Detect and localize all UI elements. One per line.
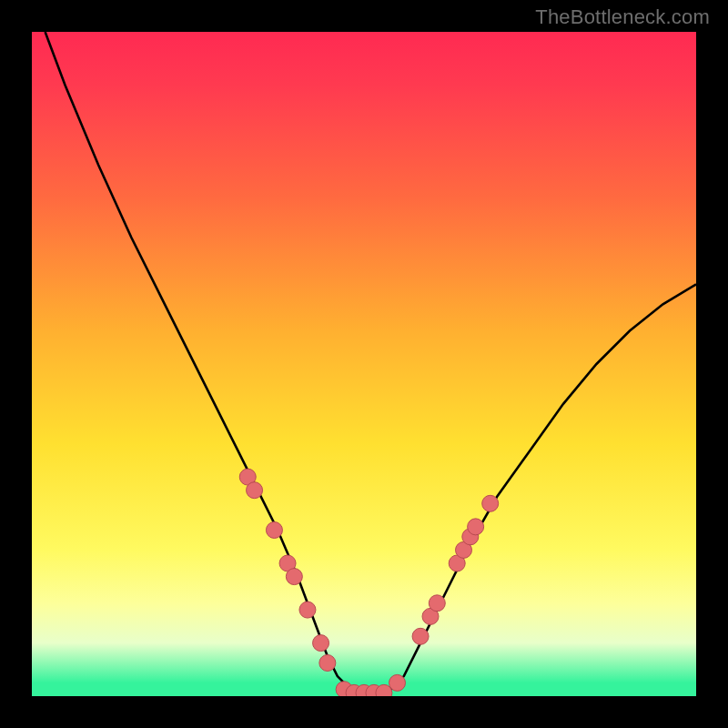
bottleneck-curve (46, 32, 696, 696)
data-marker (482, 495, 499, 511)
data-marker (286, 569, 302, 585)
data-marker (313, 635, 329, 652)
data-markers (239, 469, 498, 696)
bottleneck-plot (32, 32, 696, 696)
data-marker (429, 595, 445, 612)
data-marker (412, 628, 429, 644)
data-marker (299, 602, 316, 618)
data-marker (389, 674, 406, 691)
data-marker (319, 655, 336, 672)
chart-frame (32, 32, 696, 696)
data-marker (468, 519, 484, 535)
data-marker (247, 482, 263, 499)
data-marker (266, 522, 282, 539)
watermark-text: TheBottleneck.com (535, 5, 710, 29)
